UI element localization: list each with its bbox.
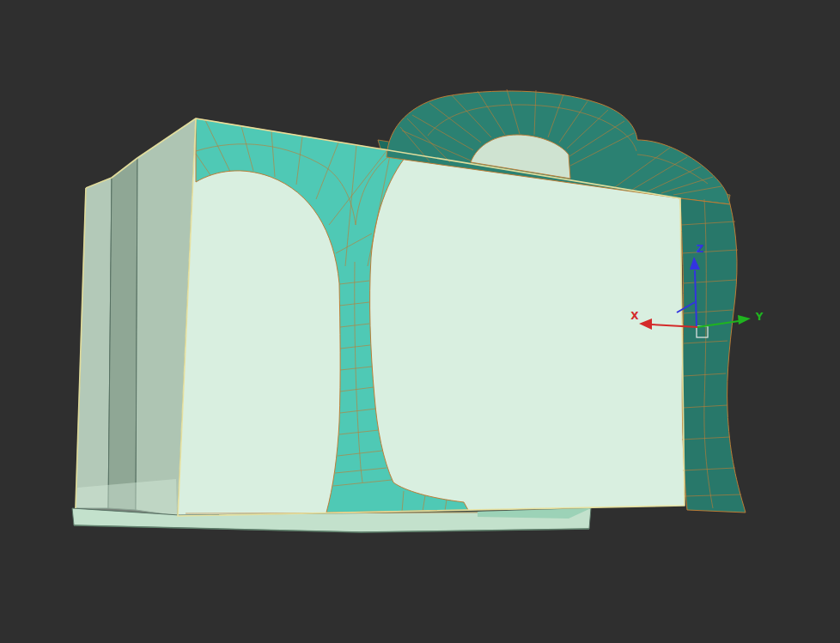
y-axis-label: Y bbox=[755, 311, 764, 323]
mesh-object[interactable] bbox=[72, 89, 746, 532]
z-axis-label: Z bbox=[697, 243, 704, 255]
viewport: Z X Y bbox=[0, 0, 840, 643]
x-axis-label: X bbox=[630, 310, 639, 322]
viewport-canvas[interactable]: Z X Y bbox=[0, 0, 840, 643]
side-face-middle[interactable] bbox=[108, 158, 137, 510]
